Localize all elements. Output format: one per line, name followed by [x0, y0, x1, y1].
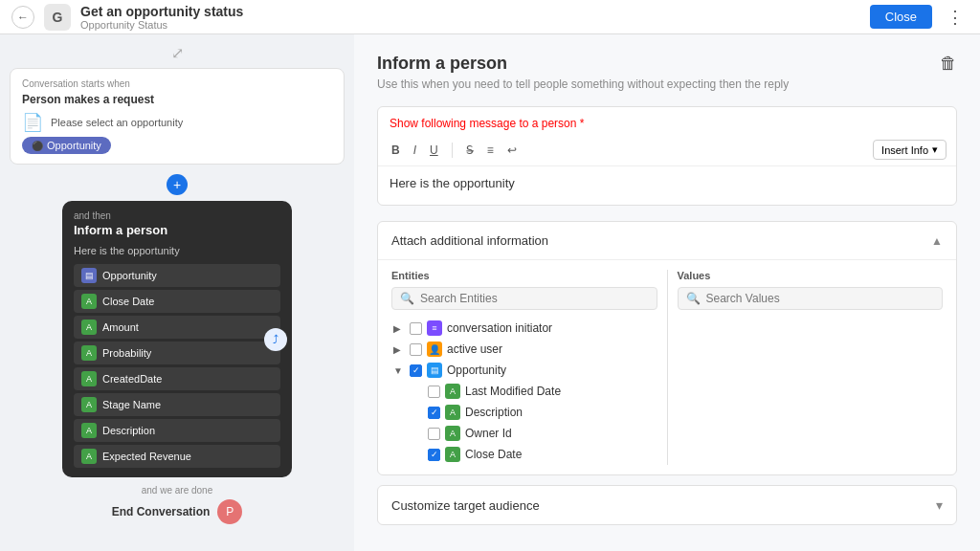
entity-name: conversation initiator — [447, 321, 552, 335]
underline-button[interactable]: U — [426, 142, 442, 159]
more-options-button[interactable]: ⋮ — [942, 4, 969, 31]
delete-icon[interactable]: 🗑 — [940, 54, 957, 74]
entities-column: Entities 🔍 ▶ ≡ conversatio — [391, 270, 657, 465]
entity-checkbox[interactable] — [428, 386, 440, 398]
back-button[interactable]: ← — [11, 6, 34, 29]
dark-card-subtitle: Here is the opportunity — [74, 245, 280, 256]
list-item[interactable]: A Amount — [74, 316, 280, 339]
item-icon: ▤ — [81, 268, 97, 283]
topbar-titles: Get an opportunity status Opportunity St… — [80, 4, 860, 31]
attach-body: Entities 🔍 ▶ ≡ conversatio — [378, 259, 956, 474]
opportunity-badge[interactable]: ⚫ Opportunity — [22, 137, 111, 154]
entity-checkbox[interactable] — [410, 343, 422, 356]
entities-search-input[interactable] — [420, 292, 649, 305]
app-logo: G — [44, 4, 71, 31]
italic-button[interactable]: I — [410, 142, 420, 159]
end-conv-row: End Conversation P — [112, 499, 243, 524]
values-column: Values 🔍 — [678, 270, 944, 465]
section-description: Use this when you need to tell people so… — [377, 77, 957, 91]
section-title: Inform a person — [377, 54, 957, 74]
entity-name: Opportunity — [447, 364, 506, 377]
bold-button[interactable]: B — [388, 142, 404, 159]
list-item[interactable]: A Description — [74, 419, 280, 442]
end-conv-label: and we are done — [142, 485, 213, 496]
attach-title: Attach additional information — [391, 233, 548, 248]
share-icon: ⤴ — [273, 333, 278, 346]
customize-header[interactable]: Customize target audience ▾ — [378, 486, 956, 524]
item-icon: A — [81, 449, 97, 464]
list-item[interactable]: A Close Date — [74, 290, 280, 313]
back-icon: ← — [17, 11, 29, 24]
entity-name: Last Modified Date — [465, 385, 561, 398]
attach-section: Attach additional information ▲ Entities… — [377, 221, 957, 475]
entities-search-row: 🔍 — [391, 287, 657, 310]
attach-header[interactable]: Attach additional information ▲ — [378, 222, 956, 259]
message-body[interactable]: Here is the opportunity — [378, 166, 956, 205]
insert-info-button[interactable]: Insert Info ▾ — [873, 140, 947, 160]
dark-card-items: ▤ Opportunity A Close Date A Amount A Pr… — [74, 264, 280, 468]
chevron-icon[interactable]: ▶ — [393, 344, 405, 355]
attach-collapse-icon: ▲ — [931, 234, 943, 248]
entity-name: Owner Id — [465, 427, 512, 440]
item-icon: A — [81, 423, 97, 438]
entity-name: Description — [465, 406, 523, 419]
right-panel-inner: 🗑 Inform a person Use this when you need… — [377, 54, 957, 525]
list-item[interactable]: ▤ Opportunity — [74, 264, 280, 287]
toolbar-separator — [452, 143, 453, 158]
entity-icon: A — [445, 426, 460, 441]
conv-starts-title: Person makes a request — [22, 93, 332, 106]
list-item[interactable]: A Expected Revenue — [74, 445, 280, 468]
entity-icon: A — [445, 405, 460, 420]
message-box: Show following message to a person * B I… — [377, 106, 957, 206]
list-item[interactable]: A CreatedDate — [74, 367, 280, 390]
end-conversation-section: and we are done End Conversation P — [10, 485, 345, 524]
chevron-icon[interactable]: ▶ — [393, 323, 405, 334]
dark-card-label: and then — [74, 210, 280, 221]
resize-indicator: ⤢ — [10, 44, 345, 62]
strikethrough-button[interactable]: S̶ — [462, 142, 478, 159]
customize-expand-icon: ▾ — [936, 497, 943, 513]
item-icon: A — [81, 320, 97, 335]
message-toolbar: B I U S̶ ≡ ↩ Insert Info ▾ — [378, 134, 956, 166]
entity-row: ▼ ▤ Opportunity — [391, 360, 657, 381]
entity-row: A Close Date — [391, 444, 657, 465]
entity-row: A Last Modified Date — [391, 381, 657, 402]
entity-row: A Description — [391, 402, 657, 423]
entity-row: A Owner Id — [391, 423, 657, 444]
entity-icon: ≡ — [427, 320, 442, 336]
values-search-input[interactable] — [706, 292, 935, 305]
share-button[interactable]: ⤴ — [264, 328, 287, 351]
topbar: ← G Get an opportunity status Opportunit… — [0, 0, 980, 34]
entity-checkbox[interactable] — [428, 449, 440, 461]
entity-checkbox[interactable] — [428, 407, 440, 419]
item-icon: A — [81, 294, 97, 309]
link-button[interactable]: ↩ — [503, 142, 521, 159]
more-icon: ⋮ — [947, 7, 964, 28]
entity-icon: 👤 — [427, 342, 442, 357]
entity-checkbox[interactable] — [410, 364, 422, 377]
entity-icon: A — [445, 384, 460, 399]
close-button[interactable]: Close — [870, 5, 932, 29]
plus-connector: + — [10, 174, 345, 195]
item-icon: A — [81, 371, 97, 386]
chevron-icon[interactable]: ▼ — [393, 365, 405, 376]
opportunity-badge-row: ⚫ Opportunity — [22, 137, 332, 154]
list-item[interactable]: A Probability — [74, 342, 280, 364]
message-label: Show following message to a person * — [378, 107, 956, 134]
entity-checkbox[interactable] — [428, 428, 440, 440]
end-conv-avatar: P — [217, 499, 242, 524]
entity-icon: A — [445, 447, 460, 462]
list-button[interactable]: ≡ — [483, 142, 498, 159]
page-title: Get an opportunity status — [80, 4, 860, 19]
add-step-button[interactable]: + — [167, 174, 188, 195]
search-icon: 🔍 — [400, 292, 414, 305]
search-icon: 🔍 — [686, 292, 701, 305]
required-marker: * — [580, 117, 585, 130]
item-icon: A — [81, 345, 97, 361]
entity-icon: ▤ — [427, 363, 442, 378]
entity-checkbox[interactable] — [410, 322, 422, 335]
customize-section: Customize target audience ▾ — [377, 485, 957, 525]
resize-icon[interactable]: ⤢ — [171, 44, 184, 62]
conversation-starts-card: Conversation starts when Person makes a … — [10, 68, 345, 165]
list-item[interactable]: A Stage Name — [74, 393, 280, 416]
